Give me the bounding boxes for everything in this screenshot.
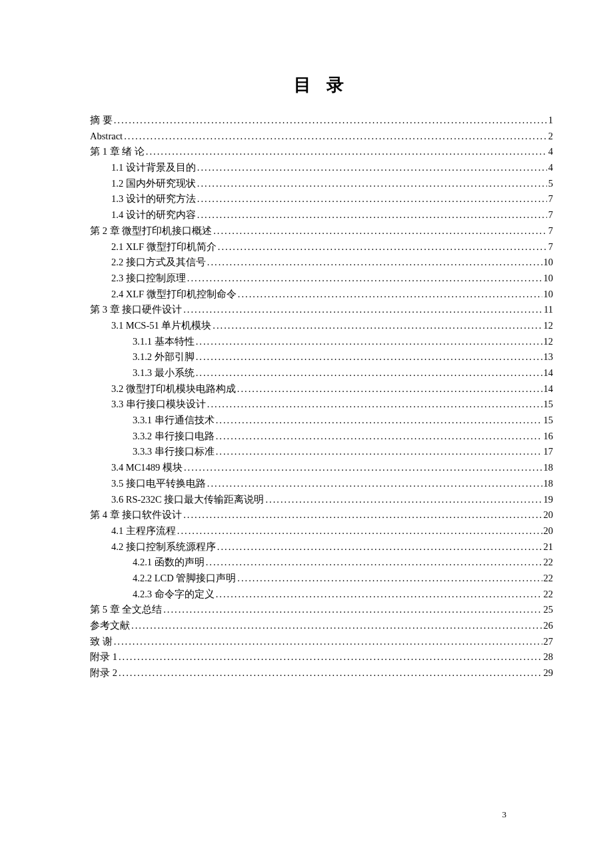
toc-leader-dots <box>114 115 547 125</box>
toc-entry-label: 4.1 主程序流程 <box>111 526 176 536</box>
toc-leader-dots <box>218 242 547 252</box>
toc-leader-dots <box>177 526 542 536</box>
toc-entry-page: 2 <box>548 131 553 141</box>
toc-entry-label: 3.1.3 最小系统 <box>133 368 195 378</box>
toc-entry-label: 3.3.3 串行接口标准 <box>133 447 215 457</box>
toc-entry-label: 摘 要 <box>90 115 113 125</box>
toc-entry-page: 12 <box>544 337 554 347</box>
toc-entry: 3.3.1 串行通信技术15 <box>90 415 553 425</box>
toc-leader-dots <box>187 273 542 283</box>
toc-entry-page: 21 <box>544 542 554 552</box>
toc-entry-label: 3.1 MCS-51 单片机模块 <box>111 321 211 331</box>
toc-entry-label: Abstract <box>90 131 123 141</box>
toc-leader-dots <box>238 289 542 299</box>
toc-entry: 2.2 接口方式及其信号10 <box>90 257 553 267</box>
toc-entry-label: 3.3 串行接口模块设计 <box>111 399 206 409</box>
toc-entry-label: 3.4 MC1489 模块 <box>111 463 183 473</box>
toc-entry-page: 4 <box>548 147 553 157</box>
toc-entry: 4.2.3 命令字的定义22 <box>90 589 553 599</box>
toc-entry: 第 3 章 接口硬件设计11 <box>90 305 553 315</box>
toc-leader-dots <box>146 147 547 157</box>
toc-entry: 3.1.3 最小系统14 <box>90 368 553 378</box>
toc-entry-page: 22 <box>544 557 554 567</box>
toc-entry-page: 29 <box>544 668 554 678</box>
toc-entry: 第 2 章 微型打印机接口概述7 <box>90 226 553 236</box>
toc-entry-label: 第 4 章 接口软件设计 <box>90 510 182 520</box>
toc-entry-page: 28 <box>544 652 554 662</box>
toc-entry-page: 7 <box>548 194 553 204</box>
toc-entry-label: 2.3 接口控制原理 <box>111 273 186 283</box>
toc-entry-label: 3.5 接口电平转换电路 <box>111 479 206 489</box>
toc-entry: 2.3 接口控制原理10 <box>90 273 553 283</box>
toc-entry-label: 3.6 RS-232C 接口最大传输距离说明 <box>111 495 264 505</box>
toc-entry-label: 2.4 XLF 微型打印机控制命令 <box>111 289 237 299</box>
toc-entry: 致 谢27 <box>90 637 553 647</box>
toc-entry-label: 1.3 设计的研究方法 <box>111 194 196 204</box>
toc-entry: 1.2 国内外研究现状5 <box>90 179 553 189</box>
toc-entry-label: 3.1.2 外部引脚 <box>133 352 195 362</box>
toc-leader-dots <box>114 637 542 647</box>
toc-entry: 3.1.2 外部引脚13 <box>90 352 553 362</box>
toc-entry-page: 10 <box>544 273 554 283</box>
toc-entry-label: 第 5 章 全文总结 <box>90 605 162 615</box>
toc-leader-dots <box>216 415 542 425</box>
toc-entry-page: 19 <box>544 495 554 505</box>
toc-entry: 1.3 设计的研究方法7 <box>90 194 553 204</box>
toc-leader-dots <box>197 163 547 173</box>
toc-leader-dots <box>196 368 542 378</box>
toc-entry: 1.4 设计的研究内容7 <box>90 210 553 220</box>
toc-leader-dots <box>237 384 542 394</box>
toc-entry-label: 1.2 国内外研究现状 <box>111 179 196 189</box>
toc-leader-dots <box>207 479 542 489</box>
toc-entry-page: 7 <box>548 226 553 236</box>
toc-entry-page: 22 <box>544 589 554 599</box>
toc-entry-label: 附录 2 <box>90 668 117 678</box>
toc-leader-dots <box>119 652 542 662</box>
toc-entry: 4.2.1 函数的声明22 <box>90 557 553 567</box>
toc-entry-page: 14 <box>544 384 554 394</box>
toc-entry: 3.3.3 串行接口标准17 <box>90 447 553 457</box>
toc-entry-label: 附录 1 <box>90 652 117 662</box>
toc-entry-page: 7 <box>548 242 553 252</box>
toc-entry-page: 5 <box>548 179 553 189</box>
toc-entry: 第 1 章 绪 论4 <box>90 147 553 157</box>
toc-entry: 4.1 主程序流程20 <box>90 526 553 536</box>
toc-leader-dots <box>197 179 547 189</box>
toc-entry-label: 2.1 XLF 微型打印机简介 <box>111 242 217 252</box>
document-page: 目 录 摘 要1Abstract2第 1 章 绪 论41.1 设计背景及目的41… <box>0 0 613 678</box>
toc-entry: 3.1.1 基本特性12 <box>90 337 553 347</box>
toc-entry-page: 26 <box>544 621 554 631</box>
toc-leader-dots <box>197 210 547 220</box>
toc-entry: 附录 128 <box>90 652 553 662</box>
toc-entry-label: 4.2.3 命令字的定义 <box>133 589 215 599</box>
toc-entry: 摘 要1 <box>90 115 553 125</box>
toc-entry-page: 1 <box>548 115 553 125</box>
toc-entry-label: 3.3.1 串行通信技术 <box>133 415 215 425</box>
toc-entry: 附录 229 <box>90 668 553 678</box>
toc-entry-label: 1.4 设计的研究内容 <box>111 210 196 220</box>
toc-title: 目 录 <box>90 73 553 97</box>
toc-entry-label: 致 谢 <box>90 637 113 647</box>
toc-entry-page: 18 <box>544 463 554 473</box>
table-of-contents: 摘 要1Abstract2第 1 章 绪 论41.1 设计背景及目的41.2 国… <box>90 115 553 678</box>
toc-entry-page: 20 <box>544 510 554 520</box>
toc-entry: 3.2 微型打印机模块电路构成14 <box>90 384 553 394</box>
toc-entry: 4.2.2 LCD 管脚接口声明22 <box>90 573 553 583</box>
toc-leader-dots <box>196 337 542 347</box>
toc-entry-page: 20 <box>544 526 554 536</box>
toc-entry: 1.1 设计背景及目的4 <box>90 163 553 173</box>
toc-leader-dots <box>124 131 547 141</box>
toc-entry-label: 3.3.2 串行接口电路 <box>133 431 215 441</box>
toc-leader-dots <box>216 447 542 457</box>
toc-entry-label: 第 2 章 微型打印机接口概述 <box>90 226 212 236</box>
toc-entry: 2.1 XLF 微型打印机简介7 <box>90 242 553 252</box>
page-number: 3 <box>502 809 507 820</box>
toc-leader-dots <box>131 621 542 631</box>
toc-entry-page: 10 <box>544 289 554 299</box>
toc-entry-page: 12 <box>544 321 554 331</box>
toc-leader-dots <box>213 226 547 236</box>
toc-entry: 4.2 接口控制系统源程序21 <box>90 542 553 552</box>
toc-entry: 3.1 MCS-51 单片机模块12 <box>90 321 553 331</box>
toc-entry-page: 10 <box>544 257 554 267</box>
toc-entry-page: 15 <box>544 399 554 409</box>
